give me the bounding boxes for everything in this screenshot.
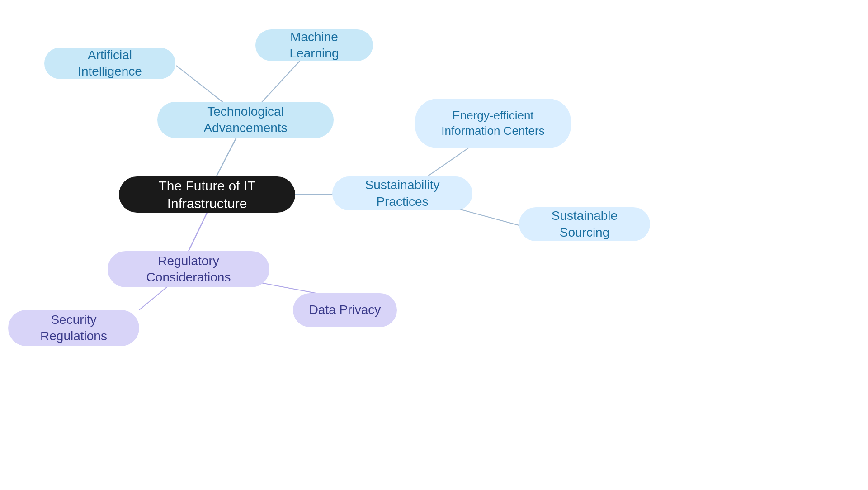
security-regulations-node: Security Regulations xyxy=(8,310,139,346)
security-regulations-label: Security Regulations xyxy=(23,312,125,345)
sustainability-practices-node: Sustainability Practices xyxy=(332,176,472,210)
energy-efficient-label: Energy-efficient Information Centers xyxy=(429,108,557,139)
regulatory-considerations-label: Regulatory Considerations xyxy=(122,253,255,286)
data-privacy-label: Data Privacy xyxy=(309,302,381,318)
artificial-intelligence-label: Artificial Intelligence xyxy=(59,47,161,80)
center-label: The Future of IT Infrastructure xyxy=(141,177,274,212)
regulatory-considerations-node: Regulatory Considerations xyxy=(108,251,269,287)
sustainable-sourcing-label: Sustainable Sourcing xyxy=(533,208,636,241)
tech-advancements-label: Technological Advancements xyxy=(172,104,319,137)
machine-learning-label: Machine Learning xyxy=(270,29,359,62)
center-node: The Future of IT Infrastructure xyxy=(119,176,295,213)
machine-learning-node: Machine Learning xyxy=(255,29,373,61)
svg-line-6 xyxy=(189,213,207,251)
data-privacy-node: Data Privacy xyxy=(293,293,397,327)
sustainable-sourcing-node: Sustainable Sourcing xyxy=(519,207,650,241)
energy-efficient-node: Energy-efficient Information Centers xyxy=(415,99,571,148)
tech-advancements-node: Technological Advancements xyxy=(157,102,334,138)
artificial-intelligence-node: Artificial Intelligence xyxy=(44,48,175,79)
sustainability-practices-label: Sustainability Practices xyxy=(347,177,458,210)
